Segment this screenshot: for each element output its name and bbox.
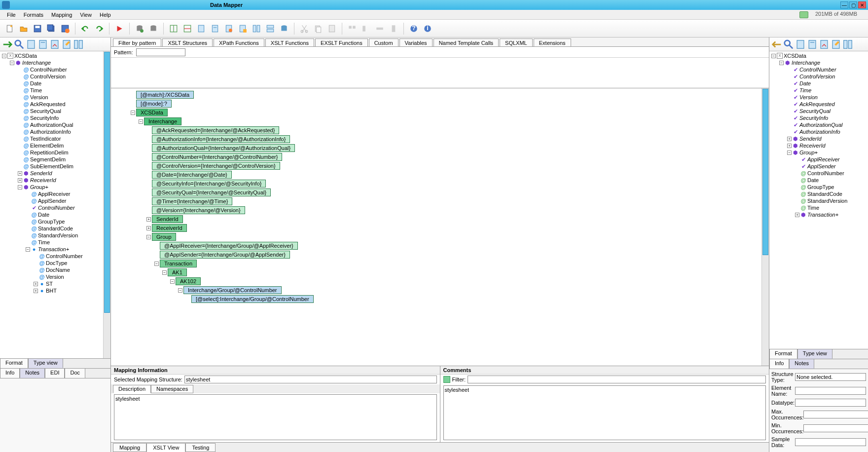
tree-item[interactable]: ✔ControlNumber [769, 66, 868, 73]
map-scrollbar[interactable] [761, 88, 769, 366]
tree-item[interactable]: @ApplSender [0, 197, 110, 204]
tab-xpath[interactable]: XPath Functions [214, 38, 264, 46]
tree-item[interactable]: −⬢Group+ [0, 184, 110, 190]
rd-sample-input[interactable] [795, 438, 866, 446]
tree-toggle[interactable]: + [795, 213, 799, 217]
menu-formats[interactable]: Formats [20, 11, 47, 19]
tree-item[interactable]: −⬢Group+ [769, 149, 868, 156]
tree-toggle[interactable]: + [18, 171, 22, 176]
tree-toggle[interactable]: + [787, 137, 792, 141]
map-node[interactable]: @AuthorizationQual={Interchange/@Authori… [146, 144, 769, 152]
map-node-box[interactable]: AK1 [168, 268, 187, 276]
right-tb-2-icon[interactable] [783, 39, 794, 50]
grid1-icon[interactable] [168, 23, 180, 35]
map-node[interactable]: @ControlNumber={Interchange/@ControlNumb… [146, 152, 769, 161]
map-node[interactable]: −Interchange [139, 117, 769, 126]
menu-mapping[interactable]: Mapping [47, 11, 76, 19]
tree-item[interactable]: @AckRequested [0, 101, 110, 108]
tree-item[interactable]: +⬢SenderId [769, 135, 868, 142]
close-button[interactable]: ✕ [858, 1, 866, 8]
left-tab-edi[interactable]: EDI [45, 368, 65, 378]
tree-item[interactable]: ✔Date [769, 80, 868, 87]
right-tab-info[interactable]: Info [769, 359, 789, 369]
map-node[interactable]: @ControlVersion={Interchange/@ControlVer… [146, 161, 769, 170]
tree-item[interactable]: @StandardCode [0, 225, 110, 232]
tree-toggle[interactable]: + [787, 144, 792, 148]
tree-toggle[interactable]: + [34, 282, 38, 286]
db-sync-icon[interactable] [147, 23, 159, 35]
tree-item[interactable]: @StandardVersion [0, 232, 110, 239]
tree-item[interactable]: @ControlNumber [0, 253, 110, 260]
tree-item[interactable]: +⬢SenderId [0, 170, 110, 177]
right-tb-4-icon[interactable] [807, 39, 818, 50]
map-node-box[interactable]: [@select]:Interchange/Group/@ControlNumb… [191, 295, 314, 303]
right-tab-typeview[interactable]: Type view [797, 349, 832, 359]
align1-icon[interactable] [346, 23, 358, 35]
tree-item[interactable]: +●BHT [0, 287, 110, 294]
map-node[interactable]: −Interchange/Group/@ControlNumber [178, 286, 769, 295]
tree-item[interactable]: −⬢Interchange [769, 59, 868, 66]
tree-item[interactable]: @Date [0, 80, 110, 87]
tree-item[interactable]: −●Transaction+ [0, 246, 110, 253]
tree-item[interactable]: ✔Time [769, 87, 868, 94]
map-node[interactable]: −Transaction [154, 259, 769, 268]
tree-item[interactable]: @StandardVersion [769, 197, 868, 204]
grid3-icon[interactable] [251, 23, 262, 35]
right-tb-1-icon[interactable] [771, 39, 782, 50]
map-node-box[interactable]: @ApplReceiver={Interchange/Group/@ApplRe… [160, 242, 298, 250]
left-tb-6-icon[interactable] [61, 39, 72, 50]
map-node-box[interactable]: [@mode]:? [136, 100, 172, 108]
tree-item[interactable]: @Version [0, 94, 110, 101]
right-tb-3-icon[interactable] [795, 39, 806, 50]
redo-icon[interactable] [93, 23, 105, 35]
map-node-box[interactable]: @SecurityInfo={Interchange/@SecurityInfo… [152, 180, 266, 188]
tree-toggle[interactable]: − [18, 185, 22, 189]
map-node-box[interactable]: @AuthorizationInfo={Interchange/@Authori… [152, 135, 290, 143]
map-node[interactable]: +ReceiverId [146, 224, 769, 232]
tree-item[interactable]: @ControlNumber [769, 170, 868, 177]
left-tab-format[interactable]: Format [0, 358, 28, 368]
tree-item[interactable]: @SegmentDelim [0, 156, 110, 163]
map-node-box[interactable]: @AckRequested={Interchange/@AckRequested… [152, 126, 279, 134]
map-node[interactable]: @AuthorizationInfo={Interchange/@Authori… [146, 135, 769, 144]
map-node-box[interactable]: @ApplSender={Interchange/Group/@ApplSend… [160, 251, 290, 259]
map-toggle[interactable]: − [139, 119, 143, 124]
tab-xslt-struct[interactable]: XSLT Structures [162, 38, 213, 46]
map-toggle[interactable]: − [154, 262, 159, 266]
tree-item[interactable]: ✔SecurityQual [769, 108, 868, 114]
rd-datatype-input[interactable] [795, 399, 866, 407]
map-node-box[interactable]: AK102 [176, 277, 201, 285]
map-node[interactable]: @AckRequested={Interchange/@AckRequested… [146, 126, 769, 135]
right-tab-notes[interactable]: Notes [789, 359, 814, 369]
tree-item[interactable]: ✔ApplReceiver [769, 156, 868, 163]
tab-exslt[interactable]: EXSLT Functions [315, 38, 368, 46]
map-toggle[interactable]: + [146, 226, 151, 230]
left-tb-2-icon[interactable] [14, 39, 25, 50]
rd-structtype-input[interactable] [795, 373, 866, 381]
align3-icon[interactable] [374, 23, 386, 35]
tree-item[interactable]: @GroupType [0, 218, 110, 225]
tree-item[interactable]: @Date [769, 177, 868, 184]
tree-item[interactable]: @SecurityInfo [0, 114, 110, 121]
tree-item[interactable]: −⬢Interchange [0, 59, 110, 66]
btab-testing[interactable]: Testing [185, 443, 216, 452]
db2-icon[interactable] [278, 23, 290, 35]
run-icon[interactable] [113, 23, 125, 35]
map-node-box[interactable]: @Date={Interchange/@Date} [152, 171, 232, 179]
tree-item[interactable]: @ControlVersion [0, 73, 110, 80]
map-canvas[interactable]: [@match]:/XCSData[@mode]:?−XCSData−Inter… [111, 88, 769, 366]
map-node-box[interactable]: @Version={Interchange/@Version} [152, 206, 245, 214]
map-node-box[interactable]: @AuthorizationQual={Interchange/@Authori… [152, 144, 295, 152]
tree-item[interactable]: @ControlNumber [0, 66, 110, 73]
copy-icon[interactable] [312, 23, 324, 35]
doc4-icon[interactable] [237, 23, 249, 35]
map-node[interactable]: −Group [146, 232, 769, 241]
tree-item[interactable]: +●ST [0, 280, 110, 287]
left-tb-3-icon[interactable] [26, 39, 36, 50]
tree-item[interactable]: @GroupType [769, 184, 868, 190]
menu-file[interactable]: File [3, 11, 20, 19]
tree-toggle[interactable]: − [2, 54, 6, 58]
map-toggle[interactable]: − [131, 111, 135, 115]
align4-icon[interactable] [388, 23, 399, 35]
tree-item[interactable]: ✔AckRequested [769, 101, 868, 108]
